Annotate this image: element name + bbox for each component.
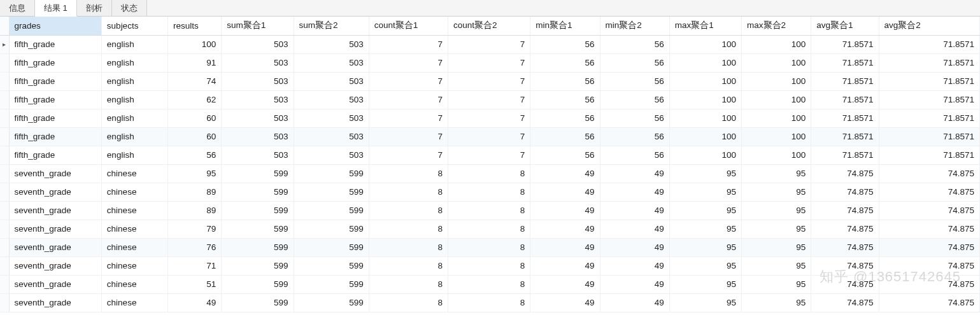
cell-min1[interactable]: 49 bbox=[530, 201, 600, 220]
cell-grades[interactable]: seventh_grade bbox=[9, 293, 101, 312]
cell-count2[interactable]: 7 bbox=[448, 72, 530, 90]
row-handle[interactable] bbox=[0, 127, 9, 146]
cell-count1[interactable]: 7 bbox=[369, 53, 448, 72]
cell-avg1[interactable]: 71.8571 bbox=[811, 53, 879, 72]
cell-min1[interactable]: 56 bbox=[530, 53, 600, 72]
cell-avg1[interactable]: 71.8571 bbox=[811, 109, 879, 127]
column-header-count2[interactable]: count聚合2 bbox=[448, 17, 530, 35]
cell-max2[interactable]: 100 bbox=[742, 146, 811, 164]
cell-max2[interactable]: 95 bbox=[742, 275, 811, 293]
cell-avg2[interactable]: 71.8571 bbox=[879, 109, 979, 127]
cell-sum1[interactable]: 503 bbox=[222, 90, 294, 109]
tab-1[interactable]: 结果 1 bbox=[35, 0, 77, 17]
cell-results[interactable]: 56 bbox=[168, 146, 222, 164]
cell-grades[interactable]: seventh_grade bbox=[9, 275, 101, 293]
cell-subjects[interactable]: english bbox=[101, 90, 167, 109]
cell-min2[interactable]: 49 bbox=[600, 183, 669, 201]
cell-grades[interactable]: fifth_grade bbox=[9, 109, 101, 127]
row-handle[interactable] bbox=[0, 164, 9, 183]
cell-avg1[interactable]: 74.875 bbox=[811, 201, 879, 220]
cell-count1[interactable]: 7 bbox=[369, 90, 448, 109]
cell-grades[interactable]: seventh_grade bbox=[9, 220, 101, 238]
cell-min1[interactable]: 49 bbox=[530, 238, 600, 256]
cell-sum2[interactable]: 503 bbox=[294, 146, 369, 164]
cell-subjects[interactable]: english bbox=[101, 127, 167, 146]
cell-results[interactable]: 60 bbox=[168, 127, 222, 146]
table-row[interactable]: fifth_gradeenglish6050350377565610010071… bbox=[0, 109, 980, 127]
cell-sum1[interactable]: 599 bbox=[222, 220, 294, 238]
cell-sum2[interactable]: 599 bbox=[294, 220, 369, 238]
row-handle[interactable] bbox=[0, 201, 9, 220]
cell-min1[interactable]: 56 bbox=[530, 146, 600, 164]
cell-avg2[interactable]: 74.875 bbox=[879, 293, 979, 312]
cell-avg1[interactable]: 71.8571 bbox=[811, 127, 879, 146]
column-header-avg1[interactable]: avg聚合1 bbox=[811, 17, 879, 35]
cell-subjects[interactable]: chinese bbox=[101, 201, 167, 220]
cell-count1[interactable]: 7 bbox=[369, 35, 448, 53]
cell-sum1[interactable]: 503 bbox=[222, 72, 294, 90]
cell-count2[interactable]: 7 bbox=[448, 127, 530, 146]
cell-avg2[interactable]: 74.875 bbox=[879, 164, 979, 183]
cell-avg2[interactable]: 74.875 bbox=[879, 275, 979, 293]
cell-grades[interactable]: fifth_grade bbox=[9, 53, 101, 72]
cell-avg2[interactable]: 71.8571 bbox=[879, 90, 979, 109]
cell-grades[interactable]: fifth_grade bbox=[9, 90, 101, 109]
cell-max2[interactable]: 100 bbox=[742, 53, 811, 72]
table-row[interactable]: seventh_gradechinese89599599884949959574… bbox=[0, 183, 980, 201]
cell-grades[interactable]: seventh_grade bbox=[9, 183, 101, 201]
cell-max1[interactable]: 100 bbox=[669, 90, 741, 109]
cell-max1[interactable]: 95 bbox=[669, 220, 741, 238]
row-handle[interactable]: ▸ bbox=[0, 35, 9, 53]
row-handle[interactable] bbox=[0, 256, 9, 275]
cell-avg2[interactable]: 74.875 bbox=[879, 201, 979, 220]
cell-subjects[interactable]: english bbox=[101, 109, 167, 127]
cell-count2[interactable]: 8 bbox=[448, 238, 530, 256]
table-row[interactable]: ▸fifth_gradeenglish100503503775656100100… bbox=[0, 35, 980, 53]
cell-sum1[interactable]: 599 bbox=[222, 183, 294, 201]
cell-max1[interactable]: 95 bbox=[669, 238, 741, 256]
cell-results[interactable]: 79 bbox=[168, 220, 222, 238]
cell-subjects[interactable]: english bbox=[101, 72, 167, 90]
table-row[interactable]: fifth_gradeenglish6250350377565610010071… bbox=[0, 90, 980, 109]
cell-max2[interactable]: 100 bbox=[742, 127, 811, 146]
cell-sum2[interactable]: 503 bbox=[294, 72, 369, 90]
cell-count1[interactable]: 8 bbox=[369, 275, 448, 293]
cell-subjects[interactable]: english bbox=[101, 53, 167, 72]
column-header-min1[interactable]: min聚合1 bbox=[530, 17, 600, 35]
cell-avg2[interactable]: 71.8571 bbox=[879, 127, 979, 146]
table-row[interactable]: fifth_gradeenglish5650350377565610010071… bbox=[0, 146, 980, 164]
cell-count2[interactable]: 8 bbox=[448, 275, 530, 293]
cell-count1[interactable]: 8 bbox=[369, 220, 448, 238]
tab-0[interactable]: 信息 bbox=[0, 0, 35, 16]
cell-results[interactable]: 91 bbox=[168, 53, 222, 72]
cell-results[interactable]: 49 bbox=[168, 293, 222, 312]
column-header-avg2[interactable]: avg聚合2 bbox=[879, 17, 979, 35]
cell-grades[interactable]: seventh_grade bbox=[9, 256, 101, 275]
cell-count2[interactable]: 8 bbox=[448, 164, 530, 183]
cell-max1[interactable]: 95 bbox=[669, 275, 741, 293]
cell-subjects[interactable]: chinese bbox=[101, 293, 167, 312]
cell-sum1[interactable]: 503 bbox=[222, 109, 294, 127]
cell-sum2[interactable]: 503 bbox=[294, 35, 369, 53]
table-row[interactable]: fifth_gradeenglish6050350377565610010071… bbox=[0, 127, 980, 146]
column-header-max1[interactable]: max聚合1 bbox=[669, 17, 741, 35]
cell-max2[interactable]: 95 bbox=[742, 293, 811, 312]
cell-grades[interactable]: seventh_grade bbox=[9, 238, 101, 256]
cell-avg1[interactable]: 74.875 bbox=[811, 238, 879, 256]
cell-sum1[interactable]: 599 bbox=[222, 238, 294, 256]
cell-subjects[interactable]: chinese bbox=[101, 238, 167, 256]
cell-min2[interactable]: 49 bbox=[600, 164, 669, 183]
table-row[interactable]: seventh_gradechinese89599599884949959574… bbox=[0, 201, 980, 220]
table-row[interactable]: seventh_gradechinese76599599884949959574… bbox=[0, 238, 980, 256]
column-header-min2[interactable]: min聚合2 bbox=[600, 17, 669, 35]
row-handle[interactable] bbox=[0, 238, 9, 256]
cell-min1[interactable]: 49 bbox=[530, 164, 600, 183]
cell-subjects[interactable]: chinese bbox=[101, 275, 167, 293]
cell-max2[interactable]: 95 bbox=[742, 164, 811, 183]
table-row[interactable]: seventh_gradechinese95599599884949959574… bbox=[0, 164, 980, 183]
cell-count1[interactable]: 8 bbox=[369, 201, 448, 220]
cell-sum2[interactable]: 599 bbox=[294, 293, 369, 312]
cell-count2[interactable]: 7 bbox=[448, 90, 530, 109]
cell-max2[interactable]: 100 bbox=[742, 109, 811, 127]
cell-sum2[interactable]: 599 bbox=[294, 201, 369, 220]
